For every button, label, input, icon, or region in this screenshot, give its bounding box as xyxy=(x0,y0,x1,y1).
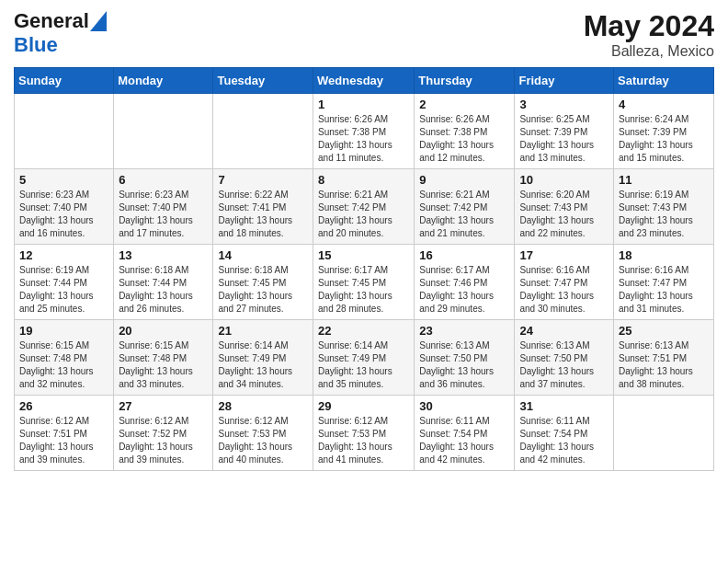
calendar-cell: 5Sunrise: 6:23 AM Sunset: 7:40 PM Daylig… xyxy=(15,169,114,245)
calendar-cell: 4Sunrise: 6:24 AM Sunset: 7:39 PM Daylig… xyxy=(614,94,714,169)
weekday-header: Monday xyxy=(114,68,213,94)
calendar-cell: 18Sunrise: 6:16 AM Sunset: 7:47 PM Dayli… xyxy=(614,245,714,320)
day-number: 21 xyxy=(218,324,308,338)
calendar-cell: 23Sunrise: 6:13 AM Sunset: 7:50 PM Dayli… xyxy=(415,320,515,396)
day-number: 28 xyxy=(218,399,308,413)
weekday-header: Wednesday xyxy=(313,68,415,94)
day-number: 6 xyxy=(119,173,208,187)
calendar-cell: 13Sunrise: 6:18 AM Sunset: 7:44 PM Dayli… xyxy=(114,245,213,320)
day-info: Sunrise: 6:13 AM Sunset: 7:50 PM Dayligh… xyxy=(519,339,609,391)
day-info: Sunrise: 6:21 AM Sunset: 7:42 PM Dayligh… xyxy=(318,189,409,240)
weekday-header: Saturday xyxy=(614,68,714,94)
calendar-cell: 1Sunrise: 6:26 AM Sunset: 7:38 PM Daylig… xyxy=(313,94,415,169)
day-number: 29 xyxy=(318,399,409,413)
day-info: Sunrise: 6:17 AM Sunset: 7:45 PM Dayligh… xyxy=(318,264,409,316)
logo: General Blue xyxy=(14,9,107,57)
logo-blue: Blue xyxy=(14,33,58,56)
day-number: 16 xyxy=(419,248,509,262)
page: General Blue May 2024 Balleza, Mexico Su… xyxy=(0,0,728,485)
day-info: Sunrise: 6:12 AM Sunset: 7:52 PM Dayligh… xyxy=(119,415,208,466)
day-number: 31 xyxy=(519,399,609,413)
day-info: Sunrise: 6:12 AM Sunset: 7:51 PM Dayligh… xyxy=(19,415,108,466)
day-info: Sunrise: 6:23 AM Sunset: 7:40 PM Dayligh… xyxy=(119,189,208,240)
day-number: 7 xyxy=(218,173,308,187)
calendar-cell: 10Sunrise: 6:20 AM Sunset: 7:43 PM Dayli… xyxy=(515,169,614,245)
calendar-table: SundayMondayTuesdayWednesdayThursdayFrid… xyxy=(14,67,714,471)
calendar-cell: 8Sunrise: 6:21 AM Sunset: 7:42 PM Daylig… xyxy=(313,169,415,245)
day-info: Sunrise: 6:15 AM Sunset: 7:48 PM Dayligh… xyxy=(19,339,108,391)
calendar-cell: 7Sunrise: 6:22 AM Sunset: 7:41 PM Daylig… xyxy=(213,169,313,245)
logo-general: General xyxy=(14,9,89,33)
day-number: 17 xyxy=(519,248,609,262)
logo-triangle-icon xyxy=(90,11,107,31)
calendar-cell: 26Sunrise: 6:12 AM Sunset: 7:51 PM Dayli… xyxy=(15,396,114,471)
weekday-header: Friday xyxy=(515,68,614,94)
calendar-cell: 12Sunrise: 6:19 AM Sunset: 7:44 PM Dayli… xyxy=(15,245,114,320)
day-number: 13 xyxy=(119,248,208,262)
day-number: 11 xyxy=(619,173,709,187)
weekday-header-row: SundayMondayTuesdayWednesdayThursdayFrid… xyxy=(15,68,714,94)
calendar-cell: 14Sunrise: 6:18 AM Sunset: 7:45 PM Dayli… xyxy=(213,245,313,320)
weekday-header: Tuesday xyxy=(213,68,313,94)
day-info: Sunrise: 6:26 AM Sunset: 7:38 PM Dayligh… xyxy=(419,113,509,165)
day-number: 24 xyxy=(519,324,609,338)
weekday-header: Thursday xyxy=(415,68,515,94)
calendar-cell: 6Sunrise: 6:23 AM Sunset: 7:40 PM Daylig… xyxy=(114,169,213,245)
header: General Blue May 2024 Balleza, Mexico xyxy=(14,9,714,60)
day-number: 4 xyxy=(619,98,709,111)
day-info: Sunrise: 6:20 AM Sunset: 7:43 PM Dayligh… xyxy=(519,189,609,240)
day-number: 22 xyxy=(318,324,409,338)
calendar-cell: 3Sunrise: 6:25 AM Sunset: 7:39 PM Daylig… xyxy=(515,94,614,169)
day-info: Sunrise: 6:18 AM Sunset: 7:44 PM Dayligh… xyxy=(119,264,208,316)
calendar-cell: 25Sunrise: 6:13 AM Sunset: 7:51 PM Dayli… xyxy=(614,320,714,396)
day-number: 2 xyxy=(419,98,509,111)
calendar-cell: 29Sunrise: 6:12 AM Sunset: 7:53 PM Dayli… xyxy=(313,396,415,471)
day-number: 27 xyxy=(119,399,208,413)
day-info: Sunrise: 6:23 AM Sunset: 7:40 PM Dayligh… xyxy=(19,189,108,240)
day-info: Sunrise: 6:15 AM Sunset: 7:48 PM Dayligh… xyxy=(119,339,208,391)
day-number: 25 xyxy=(619,324,709,338)
calendar-cell: 15Sunrise: 6:17 AM Sunset: 7:45 PM Dayli… xyxy=(313,245,415,320)
calendar-location: Balleza, Mexico xyxy=(584,43,714,60)
day-number: 23 xyxy=(419,324,509,338)
calendar-title: May 2024 xyxy=(584,9,714,43)
day-info: Sunrise: 6:26 AM Sunset: 7:38 PM Dayligh… xyxy=(318,113,409,165)
day-info: Sunrise: 6:13 AM Sunset: 7:51 PM Dayligh… xyxy=(619,339,709,391)
calendar-cell: 22Sunrise: 6:14 AM Sunset: 7:49 PM Dayli… xyxy=(313,320,415,396)
day-number: 1 xyxy=(318,98,409,111)
day-info: Sunrise: 6:24 AM Sunset: 7:39 PM Dayligh… xyxy=(619,113,709,165)
day-number: 18 xyxy=(619,248,709,262)
day-info: Sunrise: 6:11 AM Sunset: 7:54 PM Dayligh… xyxy=(519,415,609,466)
day-number: 20 xyxy=(119,324,208,338)
day-info: Sunrise: 6:14 AM Sunset: 7:49 PM Dayligh… xyxy=(318,339,409,391)
calendar-cell: 21Sunrise: 6:14 AM Sunset: 7:49 PM Dayli… xyxy=(213,320,313,396)
day-info: Sunrise: 6:21 AM Sunset: 7:42 PM Dayligh… xyxy=(419,189,509,240)
day-info: Sunrise: 6:19 AM Sunset: 7:43 PM Dayligh… xyxy=(619,189,709,240)
calendar-cell xyxy=(15,94,114,169)
day-info: Sunrise: 6:12 AM Sunset: 7:53 PM Dayligh… xyxy=(318,415,409,466)
calendar-week-row: 1Sunrise: 6:26 AM Sunset: 7:38 PM Daylig… xyxy=(15,94,714,169)
day-number: 19 xyxy=(19,324,108,338)
day-info: Sunrise: 6:16 AM Sunset: 7:47 PM Dayligh… xyxy=(619,264,709,316)
day-number: 10 xyxy=(519,173,609,187)
title-block: May 2024 Balleza, Mexico xyxy=(584,9,714,60)
svg-marker-0 xyxy=(90,11,107,31)
day-number: 15 xyxy=(318,248,409,262)
calendar-week-row: 5Sunrise: 6:23 AM Sunset: 7:40 PM Daylig… xyxy=(15,169,714,245)
calendar-cell xyxy=(114,94,213,169)
calendar-cell: 31Sunrise: 6:11 AM Sunset: 7:54 PM Dayli… xyxy=(515,396,614,471)
day-number: 14 xyxy=(218,248,308,262)
day-number: 8 xyxy=(318,173,409,187)
calendar-cell: 30Sunrise: 6:11 AM Sunset: 7:54 PM Dayli… xyxy=(415,396,515,471)
day-info: Sunrise: 6:18 AM Sunset: 7:45 PM Dayligh… xyxy=(218,264,308,316)
calendar-cell: 17Sunrise: 6:16 AM Sunset: 7:47 PM Dayli… xyxy=(515,245,614,320)
calendar-cell: 24Sunrise: 6:13 AM Sunset: 7:50 PM Dayli… xyxy=(515,320,614,396)
day-info: Sunrise: 6:17 AM Sunset: 7:46 PM Dayligh… xyxy=(419,264,509,316)
day-info: Sunrise: 6:11 AM Sunset: 7:54 PM Dayligh… xyxy=(419,415,509,466)
day-info: Sunrise: 6:22 AM Sunset: 7:41 PM Dayligh… xyxy=(218,189,308,240)
day-info: Sunrise: 6:14 AM Sunset: 7:49 PM Dayligh… xyxy=(218,339,308,391)
day-number: 5 xyxy=(19,173,108,187)
calendar-week-row: 12Sunrise: 6:19 AM Sunset: 7:44 PM Dayli… xyxy=(15,245,714,320)
day-number: 12 xyxy=(19,248,108,262)
calendar-cell xyxy=(213,94,313,169)
